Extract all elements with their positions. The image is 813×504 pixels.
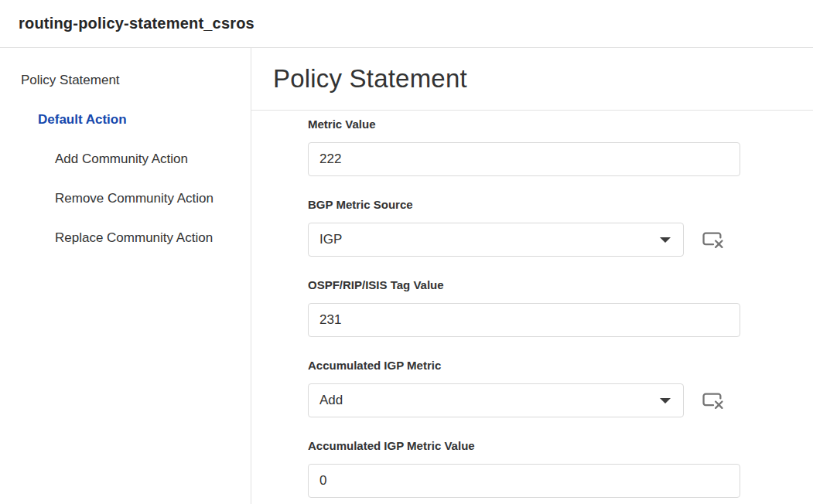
ospf-rip-isis-tag-value-input[interactable] xyxy=(308,303,740,337)
app-window: routing-policy-statement_csros Policy St… xyxy=(0,0,813,504)
accumulated-igp-metric-value: Add xyxy=(319,393,343,408)
sidebar-item-add-community-action[interactable]: Add Community Action xyxy=(0,139,251,179)
bgp-metric-source-select[interactable]: IGP xyxy=(308,223,684,257)
bgp-metric-source-value: IGP xyxy=(319,232,342,247)
clear-field-icon[interactable] xyxy=(702,393,723,409)
page-header: routing-policy-statement_csros xyxy=(0,0,813,48)
bgp-metric-source-label: BGP Metric Source xyxy=(308,198,813,212)
accumulated-igp-metric-select[interactable]: Add xyxy=(308,383,684,417)
page-title: routing-policy-statement_csros xyxy=(19,15,254,32)
main-panel: Policy Statement Metric Value BGP Metric… xyxy=(251,48,813,504)
metric-value-label: Metric Value xyxy=(308,117,813,131)
policy-form: Metric Value BGP Metric Source IGP xyxy=(251,111,813,498)
field-accumulated-igp-metric-value: Accumulated IGP Metric Value xyxy=(308,439,813,498)
sidebar-item-default-action[interactable]: Default Action xyxy=(0,100,251,139)
accumulated-igp-metric-row: Add xyxy=(308,383,813,417)
chevron-down-icon xyxy=(660,398,671,404)
sidebar-item-policy-statement[interactable]: Policy Statement xyxy=(0,60,251,100)
field-ospf-rip-isis-tag-value: OSPF/RIP/ISIS Tag Value xyxy=(308,278,813,337)
accumulated-igp-metric-value-input[interactable] xyxy=(308,464,740,498)
sidebar-item-remove-community-action[interactable]: Remove Community Action xyxy=(0,179,251,218)
chevron-down-icon xyxy=(660,237,671,243)
sidebar: Policy Statement Default Action Add Comm… xyxy=(0,48,251,504)
section-title: Policy Statement xyxy=(273,64,467,94)
field-metric-value: Metric Value xyxy=(308,117,813,176)
section-title-row: Policy Statement xyxy=(251,48,813,111)
clear-field-icon[interactable] xyxy=(702,232,723,248)
metric-value-input[interactable] xyxy=(308,142,740,176)
accumulated-igp-metric-label: Accumulated IGP Metric xyxy=(308,359,813,373)
sidebar-item-replace-community-action[interactable]: Replace Community Action xyxy=(0,218,251,257)
accumulated-igp-metric-value-label: Accumulated IGP Metric Value xyxy=(308,439,813,453)
ospf-rip-isis-tag-value-label: OSPF/RIP/ISIS Tag Value xyxy=(308,278,813,292)
field-bgp-metric-source: BGP Metric Source IGP xyxy=(308,198,813,257)
field-accumulated-igp-metric: Accumulated IGP Metric Add xyxy=(308,359,813,417)
content-area: Policy Statement Default Action Add Comm… xyxy=(0,48,813,504)
bgp-metric-source-row: IGP xyxy=(308,223,813,257)
